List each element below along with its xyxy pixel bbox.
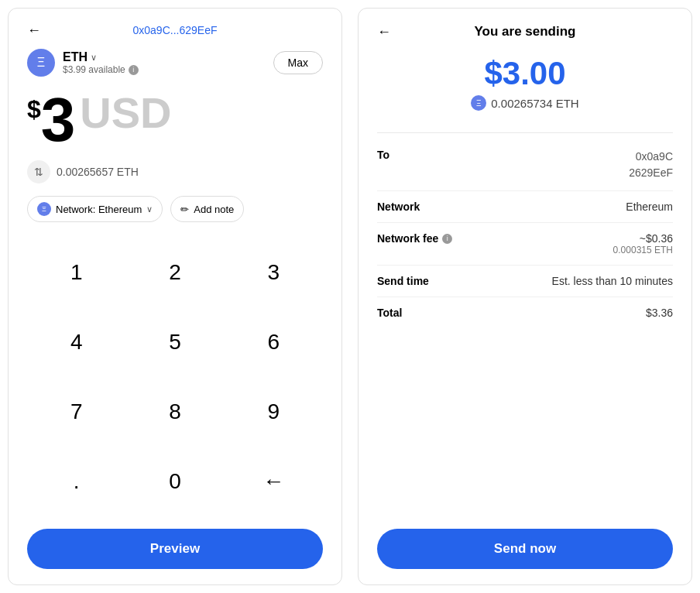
fee-info-icon: i: [442, 234, 452, 244]
left-panel: ← 0x0a9C...629EeF Ξ ETH ∨ $3.99 availabl…: [8, 8, 342, 585]
send-eth-icon: Ξ: [471, 95, 486, 111]
send-eth-value: 0.00265734 ETH: [491, 97, 578, 110]
info-icon: i: [129, 65, 139, 75]
fee-label: Network fee: [377, 232, 438, 245]
total-value: $3.36: [646, 307, 673, 319]
add-note-button[interactable]: ✏ Add note: [170, 196, 244, 222]
key-8[interactable]: 8: [125, 377, 224, 447]
send-time-value: Est. less than 10 minutes: [552, 275, 673, 287]
token-chevron-icon[interactable]: ∨: [91, 53, 97, 63]
network-detail-value: Ethereum: [626, 201, 673, 213]
send-amount-eth: Ξ 0.00265734 ETH: [377, 95, 673, 111]
key-0[interactable]: 0: [125, 447, 224, 516]
numpad: 1 2 3 4 5 6 7 8 9 . 0 ←: [27, 238, 323, 516]
options-row: Ξ Network: Ethereum ∨ ✏ Add note: [27, 196, 323, 222]
key-backspace[interactable]: ←: [225, 447, 323, 516]
back-button-right[interactable]: ←: [377, 24, 391, 40]
note-label: Add note: [194, 204, 234, 215]
network-label: Network: Ethereum: [56, 204, 142, 215]
total-label: Total: [377, 307, 402, 319]
token-info: Ξ ETH ∨ $3.99 available i: [27, 49, 139, 77]
key-2[interactable]: 2: [125, 238, 224, 307]
network-button[interactable]: Ξ Network: Ethereum ∨: [27, 196, 163, 222]
max-button[interactable]: Max: [273, 51, 323, 74]
fee-eth-value: 0.000315 ETH: [613, 245, 673, 255]
wallet-address[interactable]: 0x0a9C...629EeF: [133, 24, 218, 36]
amount-display: $ 3 USD: [27, 89, 323, 151]
send-now-button[interactable]: Send now: [377, 529, 673, 569]
fee-value: ~$0.36: [613, 232, 673, 245]
key-4[interactable]: 4: [27, 307, 125, 377]
network-chevron-icon: ∨: [146, 204, 153, 214]
send-time-row: Send time Est. less than 10 minutes: [377, 266, 673, 297]
network-eth-icon: Ξ: [37, 202, 51, 216]
network-detail-label: Network: [377, 201, 420, 213]
swap-icon[interactable]: ⇅: [27, 160, 50, 183]
eth-equiv-value: 0.00265657 ETH: [57, 166, 139, 178]
token-name: ETH: [63, 50, 88, 64]
key-1[interactable]: 1: [27, 238, 125, 307]
key-3[interactable]: 3: [225, 238, 323, 307]
back-button-left[interactable]: ←: [27, 22, 41, 39]
amount-number: 3: [41, 89, 76, 151]
key-9[interactable]: 9: [225, 377, 323, 447]
eth-equiv-row: ⇅ 0.00265657 ETH: [27, 160, 323, 183]
sending-title: You are sending: [475, 24, 576, 39]
key-5[interactable]: 5: [125, 307, 224, 377]
token-available: $3.99 available i: [63, 64, 139, 75]
total-row: Total $3.36: [377, 297, 673, 328]
to-address: 0x0a9C 2629EeF: [629, 149, 673, 181]
divider: [377, 132, 673, 133]
send-amount-usd: $3.00: [377, 55, 673, 92]
right-header: ← You are sending: [377, 24, 673, 39]
fee-row: Network fee i ~$0.36 0.000315 ETH: [377, 223, 673, 266]
dollar-sign: $: [27, 95, 41, 124]
network-row: Network Ethereum: [377, 191, 673, 223]
key-dot[interactable]: .: [27, 447, 125, 516]
key-7[interactable]: 7: [27, 377, 125, 447]
send-time-label: Send time: [377, 275, 429, 287]
to-label: To: [377, 149, 389, 161]
left-header: ← 0x0a9C...629EeF: [27, 24, 323, 36]
eth-icon: Ξ: [27, 49, 55, 77]
to-row: To 0x0a9C 2629EeF: [377, 139, 673, 191]
key-6[interactable]: 6: [225, 307, 323, 377]
preview-button[interactable]: Preview: [27, 529, 323, 569]
token-row: Ξ ETH ∨ $3.99 available i Max: [27, 49, 323, 77]
right-panel: ← You are sending $3.00 Ξ 0.00265734 ETH…: [358, 8, 692, 585]
amount-currency: USD: [80, 89, 171, 137]
pencil-icon: ✏: [180, 204, 189, 215]
